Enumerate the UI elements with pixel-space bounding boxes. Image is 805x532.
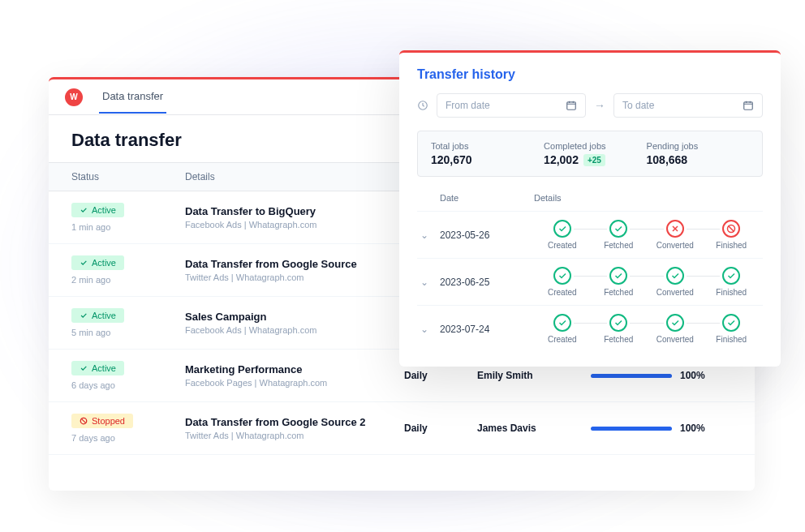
step-label: Converted xyxy=(656,335,694,344)
status-badge: Active xyxy=(71,361,124,375)
calendar-icon xyxy=(743,100,754,111)
status-badge: Stopped xyxy=(71,414,133,428)
step-label: Converted xyxy=(656,241,694,250)
step-converted: Converted xyxy=(647,314,704,344)
step-converted: Converted xyxy=(647,220,704,250)
check-icon xyxy=(609,314,627,332)
stats-bar: Total jobs 120,670 Completed jobs 12,002… xyxy=(417,131,763,177)
step-label: Converted xyxy=(656,288,694,297)
stat-total-label: Total jobs xyxy=(431,141,544,151)
status-badge: Active xyxy=(71,308,124,323)
clock-icon xyxy=(417,100,428,111)
step-created: Created xyxy=(534,220,591,250)
svg-rect-3 xyxy=(744,102,753,109)
step-label: Fetched xyxy=(604,335,633,344)
history-col-details: Details xyxy=(534,193,562,203)
step-finished: Finished xyxy=(704,314,760,344)
step-label: Finished xyxy=(716,288,747,297)
row-title: Sales Campaign xyxy=(185,311,404,323)
row-subtitle: Facebook Ads | Whatagraph.com xyxy=(185,220,404,230)
app-logo: W xyxy=(65,88,83,106)
chevron-down-icon[interactable]: ⌄ xyxy=(420,277,440,288)
row-progress: 100% xyxy=(591,370,721,381)
check-icon xyxy=(722,314,740,332)
step-label: Created xyxy=(548,335,577,344)
tab-data-transfer[interactable]: Data transfer xyxy=(99,80,166,114)
chevron-down-icon[interactable]: ⌄ xyxy=(420,324,440,335)
check-icon xyxy=(722,267,740,285)
arrow-right-icon: → xyxy=(594,99,605,112)
step-label: Fetched xyxy=(604,288,633,297)
col-header-status: Status xyxy=(71,171,185,182)
date-range-row: From date → To date xyxy=(417,93,763,118)
step-created: Created xyxy=(534,314,591,344)
step-finished: Finished xyxy=(704,267,760,297)
step-fetched: Fetched xyxy=(591,220,648,250)
stat-completed-label: Completed jobs xyxy=(544,141,646,151)
stat-pending-label: Pending jobs xyxy=(647,141,749,151)
stat-pending: Pending jobs 108,668 xyxy=(647,141,749,166)
row-owner: James Davis xyxy=(477,423,591,434)
step-created: Created xyxy=(534,267,591,297)
row-timestamp: 1 min ago xyxy=(71,222,110,232)
step-label: Fetched xyxy=(604,241,633,250)
stat-completed-delta: +25 xyxy=(583,154,605,166)
check-icon xyxy=(666,314,684,332)
fail-icon xyxy=(666,220,684,238)
to-date-input[interactable]: To date xyxy=(613,93,763,118)
row-owner: Emily Smith xyxy=(477,370,591,381)
check-icon xyxy=(553,314,571,332)
col-header-details: Details xyxy=(185,171,404,182)
status-badge: Active xyxy=(71,255,124,270)
row-title: Marketing Performance xyxy=(185,363,404,375)
fail-icon xyxy=(722,220,740,238)
row-timestamp: 5 min ago xyxy=(71,328,110,337)
step-label: Created xyxy=(548,241,577,250)
step-fetched: Fetched xyxy=(591,314,648,344)
row-subtitle: Twitter Ads | Whatagraph.com xyxy=(185,272,404,282)
stat-total-value: 120,670 xyxy=(431,153,544,166)
panel-title: Transfer history xyxy=(417,67,763,82)
history-date: 2023-06-25 xyxy=(440,277,534,288)
stat-total: Total jobs 120,670 xyxy=(431,141,544,166)
to-date-placeholder: To date xyxy=(622,100,654,111)
row-timestamp: 2 min ago xyxy=(71,275,110,285)
row-title: Data Transfer from Google Source xyxy=(185,258,404,270)
history-header: Date Details xyxy=(417,188,763,211)
stat-completed-value: 12,002 +25 xyxy=(544,153,646,166)
history-row[interactable]: ⌄ 2023-07-24 Created Fetched Converted F… xyxy=(417,305,763,352)
step-label: Finished xyxy=(716,241,747,250)
table-row[interactable]: Stopped 7 days ago Data Transfer from Go… xyxy=(49,402,755,455)
status-badge: Active xyxy=(71,203,124,217)
step-finished: Finished xyxy=(704,220,760,250)
history-row[interactable]: ⌄ 2023-06-25 Created Fetched Converted F… xyxy=(417,258,763,305)
calendar-icon xyxy=(566,100,577,111)
stat-completed: Completed jobs 12,002 +25 xyxy=(544,141,646,166)
check-icon xyxy=(609,220,627,238)
svg-rect-2 xyxy=(567,102,576,109)
chevron-down-icon[interactable]: ⌄ xyxy=(420,230,440,241)
step-fetched: Fetched xyxy=(591,267,648,297)
row-frequency: Daily xyxy=(404,423,477,434)
row-title: Data Transfer from Google Source 2 xyxy=(185,416,404,428)
check-icon xyxy=(553,220,571,238)
row-timestamp: 7 days ago xyxy=(71,433,115,443)
row-title: Data Transfer to BigQuery xyxy=(185,205,404,217)
from-date-placeholder: From date xyxy=(446,100,490,111)
row-subtitle: Facebook Pages | Whatagraph.com xyxy=(185,378,404,388)
step-converted: Converted xyxy=(647,267,704,297)
step-label: Created xyxy=(548,288,577,297)
stat-pending-value: 108,668 xyxy=(647,153,749,166)
from-date-input[interactable]: From date xyxy=(437,93,586,118)
history-row[interactable]: ⌄ 2023-05-26 Created Fetched Converted F… xyxy=(417,211,763,258)
row-subtitle: Facebook Ads | Whatagraph.com xyxy=(185,325,404,335)
history-col-date: Date xyxy=(420,193,534,203)
transfer-history-panel: Transfer history From date → To date Tot… xyxy=(399,50,781,367)
step-label: Finished xyxy=(716,335,747,344)
row-frequency: Daily xyxy=(404,370,477,381)
row-timestamp: 6 days ago xyxy=(71,380,115,390)
row-progress: 100% xyxy=(591,423,721,434)
history-date: 2023-05-26 xyxy=(440,230,534,241)
history-date: 2023-07-24 xyxy=(440,324,534,335)
check-icon xyxy=(666,267,684,285)
